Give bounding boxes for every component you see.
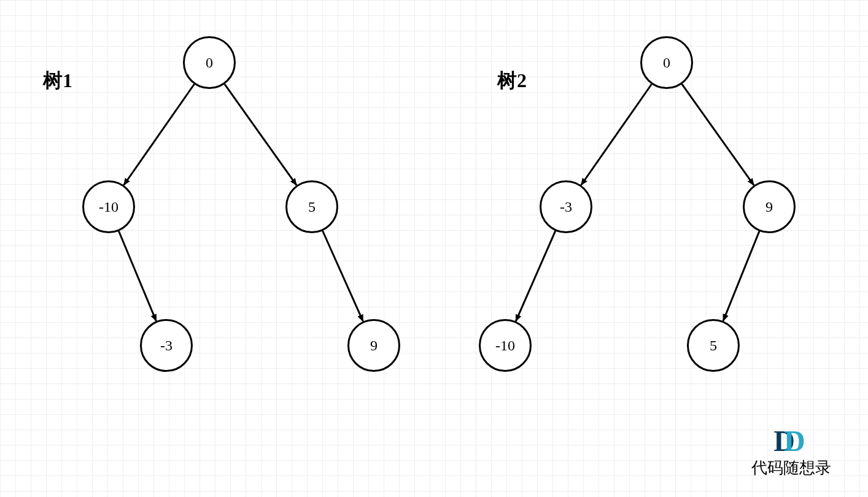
node-value: -10 <box>495 337 515 354</box>
tree-node: -10 <box>479 319 532 372</box>
node-value: 5 <box>308 199 316 215</box>
tree2-label: 树2 <box>497 67 527 94</box>
tree-node: 9 <box>743 180 796 233</box>
tree-edge <box>323 231 363 321</box>
tree-node: 5 <box>687 319 740 372</box>
diagram-canvas: 树1 树2 0-105-390-39-105 DD 代码随想录 <box>0 0 868 497</box>
tree-node: 0 <box>640 36 693 89</box>
tree-edge <box>124 84 195 185</box>
node-value: 5 <box>710 337 717 354</box>
tree-edge <box>581 84 652 185</box>
tree-node: 9 <box>347 319 400 372</box>
tree-node: -10 <box>82 180 135 233</box>
tree-node: -3 <box>140 319 193 372</box>
edges-layer <box>0 0 868 497</box>
tree-edge <box>723 231 759 321</box>
watermark-logo: DD <box>773 426 808 456</box>
watermark: DD 代码随想录 <box>751 426 831 479</box>
node-value: -3 <box>560 199 572 215</box>
node-value: -3 <box>160 337 172 354</box>
tree-node: -3 <box>540 180 592 233</box>
tree-node: 0 <box>183 36 236 89</box>
tree-edge <box>516 231 555 321</box>
tree-edge <box>119 231 157 322</box>
watermark-caption: 代码随想录 <box>751 457 831 479</box>
node-value: 9 <box>765 199 773 215</box>
tree-edge <box>225 84 296 185</box>
tree-node: 5 <box>285 180 338 233</box>
node-value: 0 <box>663 55 670 71</box>
tree-edge <box>682 84 754 185</box>
tree1-label: 树1 <box>43 67 72 94</box>
node-value: 0 <box>206 55 213 71</box>
node-value: 9 <box>370 337 378 354</box>
node-value: -10 <box>99 199 118 215</box>
